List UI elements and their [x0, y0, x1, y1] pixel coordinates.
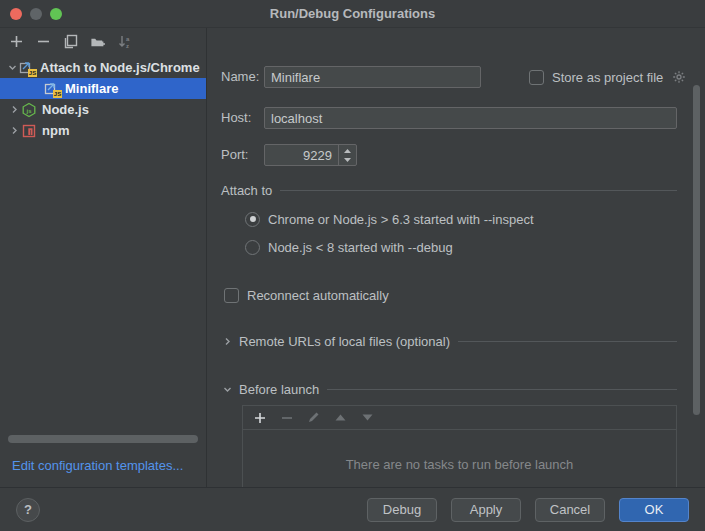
add-icon[interactable]	[9, 34, 24, 49]
run-debug-configurations-dialog: Run/Debug Configurations az	[0, 0, 705, 531]
titlebar: Run/Debug Configurations	[0, 0, 705, 28]
section-divider	[458, 341, 677, 342]
radio-selected-icon[interactable]	[245, 212, 260, 227]
radio-unselected-icon[interactable]	[245, 240, 260, 255]
reconnect-automatically-checkbox[interactable]	[224, 288, 239, 303]
remove-icon	[280, 411, 293, 424]
before-launch-tasks-panel: There are no tasks to run before launch	[242, 405, 677, 487]
tree-item-label: Node.js	[42, 102, 89, 117]
section-divider	[327, 389, 677, 390]
tasks-empty-message: There are no tasks to run before launch	[243, 457, 676, 472]
new-folder-icon[interactable]	[90, 34, 105, 49]
vertical-scrollbar[interactable]	[693, 85, 700, 415]
tree-item-label: Attach to Node.js/Chrome	[40, 60, 200, 75]
tree-item-nodejs[interactable]: js Node.js	[0, 99, 206, 120]
js-badge: JS	[53, 90, 62, 98]
zoom-window-icon[interactable]	[50, 8, 62, 20]
tree-item-label: npm	[42, 123, 69, 138]
gear-icon[interactable]	[671, 70, 686, 85]
port-field	[264, 144, 357, 166]
tree-item-miniflare[interactable]: JS Miniflare	[0, 78, 206, 99]
name-input[interactable]	[264, 66, 481, 88]
name-label: Name:	[221, 66, 259, 88]
attach-nodejs-icon: JS	[44, 81, 61, 97]
chevron-down-icon[interactable]	[5, 63, 19, 72]
dialog-title: Run/Debug Configurations	[270, 6, 435, 21]
section-divider	[280, 190, 677, 191]
move-up-icon	[334, 411, 347, 424]
chevron-right-icon[interactable]	[221, 337, 233, 346]
add-icon[interactable]	[253, 411, 266, 424]
before-launch-section-header[interactable]: Before launch	[221, 379, 677, 399]
chevron-right-icon[interactable]	[7, 126, 21, 135]
reconnect-automatically-row[interactable]: Reconnect automatically	[224, 284, 389, 306]
reconnect-automatically-label: Reconnect automatically	[247, 288, 389, 303]
edit-icon	[307, 411, 320, 424]
attach-to-header-label: Attach to	[221, 183, 272, 198]
debug-button[interactable]: Debug	[367, 498, 437, 522]
cancel-button[interactable]: Cancel	[535, 498, 605, 522]
svg-text:js: js	[25, 107, 32, 113]
copy-icon[interactable]	[63, 34, 78, 49]
attach-to-section-header: Attach to	[221, 180, 677, 200]
apply-button[interactable]: Apply	[451, 498, 521, 522]
remote-urls-header-label: Remote URLs of local files (optional)	[239, 334, 450, 349]
chevron-right-icon[interactable]	[7, 105, 21, 114]
dialog-footer: ? Debug Apply Cancel OK	[0, 487, 705, 531]
sort-alphabetically-icon[interactable]: az	[117, 34, 132, 49]
configurations-sidebar: az JS Attach to Node.js/Chrome	[0, 28, 207, 487]
sidebar-toolbar: az	[0, 28, 206, 55]
port-label: Port:	[221, 144, 248, 166]
host-input[interactable]	[264, 107, 677, 129]
port-input[interactable]	[265, 145, 338, 165]
chevron-down-icon[interactable]	[221, 385, 233, 394]
remove-icon[interactable]	[36, 34, 51, 49]
attach-option-label: Node.js < 8 started with --debug	[268, 240, 453, 255]
store-as-project-file-label: Store as project file	[552, 70, 663, 85]
attach-option-inspect[interactable]: Chrome or Node.js > 6.3 started with --i…	[245, 208, 534, 230]
svg-text:z: z	[126, 43, 129, 49]
attach-nodejs-icon: JS	[19, 60, 36, 76]
move-down-icon	[361, 411, 374, 424]
host-label: Host:	[221, 107, 251, 129]
tasks-toolbar	[243, 406, 676, 430]
minimize-window-icon	[30, 8, 42, 20]
attach-option-label: Chrome or Node.js > 6.3 started with --i…	[268, 212, 534, 227]
store-as-project-file-checkbox[interactable]	[529, 70, 544, 85]
tree-item-label: Miniflare	[65, 81, 118, 96]
ok-button[interactable]: OK	[619, 498, 689, 522]
before-launch-header-label: Before launch	[239, 382, 319, 397]
configurations-tree: JS Attach to Node.js/Chrome JS Miniflare	[0, 57, 206, 141]
nodejs-icon: js	[21, 102, 38, 118]
spinner-down-icon[interactable]	[339, 155, 356, 165]
help-button[interactable]: ?	[16, 498, 40, 522]
attach-option-debug[interactable]: Node.js < 8 started with --debug	[245, 236, 453, 258]
tree-item-attach-to-nodejs[interactable]: JS Attach to Node.js/Chrome	[0, 57, 206, 78]
close-window-icon[interactable]	[10, 8, 22, 20]
remote-urls-section-header[interactable]: Remote URLs of local files (optional)	[221, 331, 677, 351]
svg-text:a: a	[126, 36, 130, 42]
spinner-up-icon[interactable]	[339, 145, 356, 155]
configuration-form: Name: Store as project file Host: Port:	[207, 28, 705, 487]
js-badge: JS	[28, 69, 37, 77]
port-spinner	[338, 145, 356, 165]
traffic-lights	[10, 8, 62, 20]
tree-item-npm[interactable]: npm	[0, 120, 206, 141]
horizontal-scrollbar[interactable]	[8, 435, 198, 443]
edit-configuration-templates-link[interactable]: Edit configuration templates...	[12, 458, 183, 473]
npm-icon	[21, 123, 38, 139]
